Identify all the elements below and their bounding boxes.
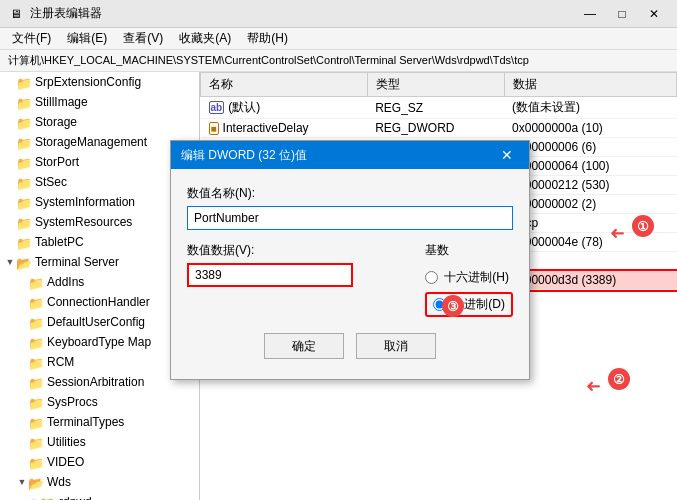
- name-label: 数值名称(N):: [187, 185, 513, 202]
- tree-label: RCM: [47, 353, 74, 371]
- cell-type: REG_DWORD: [367, 119, 504, 138]
- folder-icon: 📂: [40, 495, 56, 500]
- tree-arrow: [16, 316, 28, 328]
- tree-label: VIDEO: [47, 453, 84, 471]
- tree-arrow: [4, 96, 16, 108]
- folder-icon: 📁: [28, 335, 44, 349]
- dialog-buttons: 确定 取消: [187, 333, 513, 363]
- folder-icon: 📁: [28, 415, 44, 429]
- folder-icon: 📂: [28, 475, 44, 489]
- hex-radio-label[interactable]: 十六进制(H): [425, 269, 513, 286]
- folder-icon: 📁: [28, 275, 44, 289]
- minimize-button[interactable]: —: [575, 3, 605, 25]
- table-row[interactable]: ■InteractiveDelayREG_DWORD0x0000000a (10…: [201, 119, 677, 138]
- dialog-title-text: 编辑 DWORD (32 位)值: [181, 147, 495, 164]
- tree-arrow: [16, 416, 28, 428]
- cancel-button[interactable]: 取消: [356, 333, 436, 359]
- menu-item-V[interactable]: 查看(V): [115, 28, 171, 49]
- tree-label: SystemResources: [35, 213, 132, 231]
- tree-item-wds[interactable]: ▼📂Wds: [0, 472, 199, 492]
- folder-icon: 📂: [16, 255, 32, 269]
- tree-arrow: [16, 376, 28, 388]
- dialog-title-bar: 编辑 DWORD (32 位)值 ✕: [171, 141, 529, 169]
- dec-radio-label[interactable]: 十进制(D): [425, 292, 513, 317]
- breadcrumb-text: 计算机\HKEY_LOCAL_MACHINE\SYSTEM\CurrentCon…: [8, 53, 529, 68]
- tree-label: StorageManagement: [35, 133, 147, 151]
- hex-label: 十六进制(H): [444, 269, 509, 286]
- tree-arrow: [4, 136, 16, 148]
- cell-data: (数值未设置): [504, 97, 676, 119]
- cell-type: REG_SZ: [367, 97, 504, 119]
- value-input[interactable]: [187, 263, 353, 287]
- tree-arrow: ▼: [16, 476, 28, 488]
- tree-item-terminaltypes[interactable]: 📁TerminalTypes: [0, 412, 199, 432]
- reg-sz-icon: ab: [209, 101, 225, 114]
- table-row[interactable]: ab(默认)REG_SZ(数值未设置): [201, 97, 677, 119]
- tree-arrow: [4, 116, 16, 128]
- tree-label: StillImage: [35, 93, 88, 111]
- tree-arrow: [4, 216, 16, 228]
- tree-label: TabletPC: [35, 233, 84, 251]
- tree-label: DefaultUserConfig: [47, 313, 145, 331]
- tree-item-storage[interactable]: 📁Storage: [0, 112, 199, 132]
- app-icon: 🖥: [8, 6, 24, 22]
- value-label: 数值数据(V):: [187, 242, 409, 259]
- breadcrumb: 计算机\HKEY_LOCAL_MACHINE\SYSTEM\CurrentCon…: [0, 50, 677, 72]
- menu-item-F[interactable]: 文件(F): [4, 28, 59, 49]
- folder-icon: 📁: [16, 95, 32, 109]
- tree-item-rdpwd[interactable]: ▼📂rdpwd: [0, 492, 199, 500]
- tree-arrow: [16, 296, 28, 308]
- dec-label: 十进制(D): [452, 296, 505, 313]
- tree-label: rdpwd: [59, 493, 92, 500]
- tree-label: StorPort: [35, 153, 79, 171]
- folder-icon: 📁: [28, 375, 44, 389]
- menu-item-A[interactable]: 收藏夹(A): [171, 28, 239, 49]
- folder-icon: 📁: [16, 155, 32, 169]
- tree-label: AddIns: [47, 273, 84, 291]
- tree-label: SystemInformation: [35, 193, 135, 211]
- tree-arrow: [16, 436, 28, 448]
- col-type: 类型: [367, 73, 504, 97]
- folder-icon: 📁: [28, 295, 44, 309]
- tree-label: SrpExtensionConfig: [35, 73, 141, 91]
- tree-arrow: [4, 196, 16, 208]
- maximize-button[interactable]: □: [607, 3, 637, 25]
- folder-icon: 📁: [16, 215, 32, 229]
- folder-icon: 📁: [16, 235, 32, 249]
- tree-item-utilities[interactable]: 📁Utilities: [0, 432, 199, 452]
- tree-item-srpextensionconfig[interactable]: 📁SrpExtensionConfig: [0, 72, 199, 92]
- tree-label: ConnectionHandler: [47, 293, 150, 311]
- dialog-close-button[interactable]: ✕: [495, 143, 519, 167]
- tree-label: TerminalTypes: [47, 413, 124, 431]
- dec-radio[interactable]: [433, 298, 446, 311]
- cell-data: 0x0000000a (10): [504, 119, 676, 138]
- tree-item-video[interactable]: 📁VIDEO: [0, 452, 199, 472]
- value-section: 数值数据(V):: [187, 242, 409, 287]
- tree-item-sysprocs[interactable]: 📁SysProcs: [0, 392, 199, 412]
- ok-button[interactable]: 确定: [264, 333, 344, 359]
- tree-arrow: [16, 276, 28, 288]
- value-row: 数值数据(V): 基数 十六进制(H) 十进制(D): [187, 242, 513, 317]
- tree-arrow: [16, 396, 28, 408]
- edit-dword-dialog: 编辑 DWORD (32 位)值 ✕ 数值名称(N): 数值数据(V): 基数 …: [170, 140, 530, 380]
- name-input[interactable]: [187, 206, 513, 230]
- close-button[interactable]: ✕: [639, 3, 669, 25]
- tree-arrow: [16, 456, 28, 468]
- reg-dword-icon: ■: [209, 122, 219, 135]
- menu-item-E[interactable]: 编辑(E): [59, 28, 115, 49]
- tree-arrow: ▼: [28, 496, 40, 500]
- folder-icon: 📁: [16, 135, 32, 149]
- title-bar: 🖥 注册表编辑器 — □ ✕: [0, 0, 677, 28]
- folder-icon: 📁: [16, 195, 32, 209]
- folder-icon: 📁: [28, 435, 44, 449]
- tree-arrow: [4, 156, 16, 168]
- hex-radio[interactable]: [425, 271, 438, 284]
- tree-arrow: [16, 336, 28, 348]
- tree-label: Wds: [47, 473, 71, 491]
- tree-label: KeyboardType Map: [47, 333, 151, 351]
- menu-item-H[interactable]: 帮助(H): [239, 28, 296, 49]
- tree-item-stillimage[interactable]: 📁StillImage: [0, 92, 199, 112]
- tree-arrow: ▼: [4, 256, 16, 268]
- folder-icon: 📁: [28, 395, 44, 409]
- folder-icon: 📁: [28, 315, 44, 329]
